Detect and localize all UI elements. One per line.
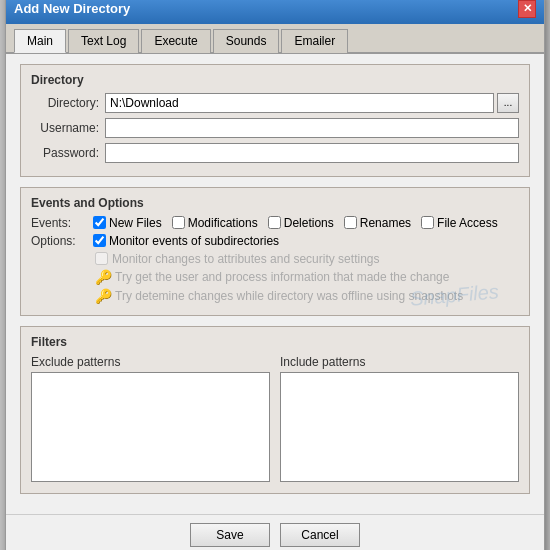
checkbox-new-files[interactable]: New Files (93, 216, 162, 230)
checkbox-deletions[interactable]: Deletions (268, 216, 334, 230)
directory-row: Directory: ... (31, 93, 519, 113)
tab-sounds[interactable]: Sounds (213, 29, 280, 53)
password-label: Password: (31, 146, 99, 160)
exclude-patterns-input[interactable] (31, 372, 270, 482)
checkbox-renames[interactable]: Renames (344, 216, 411, 230)
username-label: Username: (31, 121, 99, 135)
tab-textlog[interactable]: Text Log (68, 29, 139, 53)
tab-bar: Main Text Log Execute Sounds Emailer (6, 24, 544, 54)
include-patterns-label: Include patterns (280, 355, 519, 369)
filters-section: Filters Exclude patterns Include pattern… (20, 326, 530, 494)
bottom-buttons: Save Cancel (6, 514, 544, 551)
events-row: Events: New Files Modifications Deletion… (31, 216, 519, 230)
checkbox-file-access[interactable]: File Access (421, 216, 498, 230)
tab-emailer[interactable]: Emailer (281, 29, 348, 53)
directory-section: Directory Directory: ... Username: Passw… (20, 64, 530, 177)
filters-row: Exclude patterns Include patterns (31, 355, 519, 485)
browse-button[interactable]: ... (497, 93, 519, 113)
title-bar-buttons: ✕ (518, 0, 536, 18)
save-button[interactable]: Save (190, 523, 270, 547)
events-section: Events and Options Events: New Files Mod… (20, 187, 530, 316)
password-row: Password: (31, 143, 519, 163)
option-subdirectories[interactable]: Monitor events of subdirectories (93, 234, 279, 248)
include-patterns-box: Include patterns (280, 355, 519, 485)
directory-label: Directory: (31, 96, 99, 110)
option-attributes-checkbox[interactable] (95, 252, 108, 265)
exclude-patterns-box: Exclude patterns (31, 355, 270, 485)
options-row: Options: Monitor events of subdirectorie… (31, 234, 519, 248)
options-label: Options: (31, 234, 91, 248)
key-icon-2: 🔑 (95, 288, 111, 304)
username-input[interactable] (105, 118, 519, 138)
tab-execute[interactable]: Execute (141, 29, 210, 53)
title-bar: Add New Directory ✕ (6, 0, 544, 24)
main-window: Add New Directory ✕ Main Text Log Execut… (5, 0, 545, 550)
close-button[interactable]: ✕ (518, 0, 536, 18)
username-row: Username: (31, 118, 519, 138)
events-section-label: Events and Options (31, 196, 519, 210)
window-title: Add New Directory (14, 1, 130, 16)
events-label: Events: (31, 216, 91, 230)
exclude-patterns-label: Exclude patterns (31, 355, 270, 369)
tab-main[interactable]: Main (14, 29, 66, 53)
content-area: Main Text Log Execute Sounds Emailer Dir… (6, 24, 544, 551)
cancel-button[interactable]: Cancel (280, 523, 360, 547)
directory-input[interactable] (105, 93, 494, 113)
filters-section-label: Filters (31, 335, 519, 349)
key-icon-1: 🔑 (95, 269, 111, 285)
checkbox-modifications[interactable]: Modifications (172, 216, 258, 230)
directory-section-label: Directory (31, 73, 519, 87)
password-input[interactable] (105, 143, 519, 163)
main-panel: Directory Directory: ... Username: Passw… (6, 54, 544, 514)
option-offline-snapshots: 🔑 Try detemine changes while directory w… (95, 288, 519, 304)
option-attributes: Monitor changes to attributes and securi… (95, 252, 519, 266)
include-patterns-input[interactable] (280, 372, 519, 482)
option-user-info: 🔑 Try get the user and process informati… (95, 269, 519, 285)
